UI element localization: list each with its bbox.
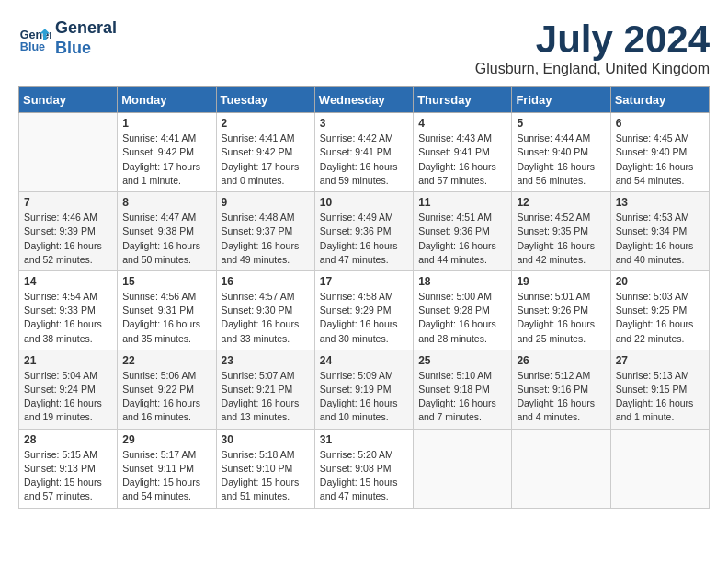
calendar-cell: 14Sunrise: 4:54 AMSunset: 9:33 PMDayligh… <box>19 270 118 350</box>
day-number: 4 <box>418 117 506 130</box>
logo-text-line2: Blue <box>55 39 117 59</box>
calendar-cell: 2Sunrise: 4:41 AMSunset: 9:42 PMDaylight… <box>216 113 314 192</box>
day-number: 31 <box>320 433 408 446</box>
day-number: 8 <box>122 196 210 209</box>
svg-text:Blue: Blue <box>20 40 45 52</box>
day-number: 19 <box>517 275 605 288</box>
header-saturday: Saturday <box>610 87 709 113</box>
calendar-cell <box>512 429 610 508</box>
month-title: July 2024 <box>475 18 710 61</box>
calendar-cell: 3Sunrise: 4:42 AMSunset: 9:41 PMDaylight… <box>314 113 413 192</box>
cell-content: Sunrise: 4:43 AMSunset: 9:41 PMDaylight:… <box>418 132 506 188</box>
cell-content: Sunrise: 5:04 AMSunset: 9:24 PMDaylight:… <box>24 369 112 425</box>
calendar-cell: 24Sunrise: 5:09 AMSunset: 9:19 PMDayligh… <box>314 350 413 429</box>
calendar-cell: 9Sunrise: 4:48 AMSunset: 9:37 PMDaylight… <box>216 192 314 271</box>
calendar-cell <box>414 429 512 508</box>
calendar-cell: 21Sunrise: 5:04 AMSunset: 9:24 PMDayligh… <box>19 350 118 429</box>
cell-content: Sunrise: 4:42 AMSunset: 9:41 PMDaylight:… <box>320 132 408 188</box>
cell-content: Sunrise: 4:44 AMSunset: 9:40 PMDaylight:… <box>517 132 605 188</box>
cell-content: Sunrise: 5:15 AMSunset: 9:13 PMDaylight:… <box>24 448 112 504</box>
day-number: 21 <box>24 354 112 367</box>
day-number: 25 <box>418 354 506 367</box>
calendar-cell: 23Sunrise: 5:07 AMSunset: 9:21 PMDayligh… <box>216 350 314 429</box>
calendar-cell: 19Sunrise: 5:01 AMSunset: 9:26 PMDayligh… <box>512 270 610 350</box>
cell-content: Sunrise: 5:12 AMSunset: 9:16 PMDaylight:… <box>517 369 605 425</box>
cell-content: Sunrise: 5:20 AMSunset: 9:08 PMDaylight:… <box>320 448 408 504</box>
day-number: 15 <box>122 275 210 288</box>
cell-content: Sunrise: 4:47 AMSunset: 9:38 PMDaylight:… <box>122 211 210 267</box>
location: Glusburn, England, United Kingdom <box>475 61 710 77</box>
cell-content: Sunrise: 5:09 AMSunset: 9:19 PMDaylight:… <box>320 369 408 425</box>
cell-content: Sunrise: 4:54 AMSunset: 9:33 PMDaylight:… <box>24 290 112 346</box>
cell-content: Sunrise: 4:49 AMSunset: 9:36 PMDaylight:… <box>320 211 408 267</box>
day-number: 17 <box>320 275 408 288</box>
day-number: 11 <box>418 196 506 209</box>
calendar-week-row: 28Sunrise: 5:15 AMSunset: 9:13 PMDayligh… <box>19 429 710 508</box>
day-number: 30 <box>222 433 310 446</box>
header-tuesday: Tuesday <box>216 87 314 113</box>
header-friday: Friday <box>512 87 610 113</box>
title-block: July 2024 Glusburn, England, United King… <box>475 18 710 77</box>
cell-content: Sunrise: 5:06 AMSunset: 9:22 PMDaylight:… <box>122 369 210 425</box>
cell-content: Sunrise: 4:57 AMSunset: 9:30 PMDaylight:… <box>222 290 310 346</box>
calendar-cell: 8Sunrise: 4:47 AMSunset: 9:38 PMDaylight… <box>118 192 216 271</box>
day-number: 6 <box>616 117 704 130</box>
calendar-week-row: 14Sunrise: 4:54 AMSunset: 9:33 PMDayligh… <box>19 270 710 350</box>
calendar-header-row: SundayMondayTuesdayWednesdayThursdayFrid… <box>19 87 710 113</box>
day-number: 5 <box>517 117 605 130</box>
header-monday: Monday <box>118 87 216 113</box>
cell-content: Sunrise: 4:45 AMSunset: 9:40 PMDaylight:… <box>616 132 704 188</box>
day-number: 22 <box>122 354 210 367</box>
day-number: 29 <box>122 433 210 446</box>
calendar-cell: 27Sunrise: 5:13 AMSunset: 9:15 PMDayligh… <box>610 350 709 429</box>
cell-content: Sunrise: 4:58 AMSunset: 9:29 PMDaylight:… <box>320 290 408 346</box>
page-header: General Blue General Blue July 2024 Glus… <box>18 18 710 77</box>
calendar-cell: 12Sunrise: 4:52 AMSunset: 9:35 PMDayligh… <box>512 192 610 271</box>
cell-content: Sunrise: 5:17 AMSunset: 9:11 PMDaylight:… <box>122 448 210 504</box>
day-number: 18 <box>418 275 506 288</box>
cell-content: Sunrise: 4:51 AMSunset: 9:36 PMDaylight:… <box>418 211 506 267</box>
calendar-cell: 17Sunrise: 4:58 AMSunset: 9:29 PMDayligh… <box>314 270 413 350</box>
header-sunday: Sunday <box>19 87 118 113</box>
calendar-cell: 29Sunrise: 5:17 AMSunset: 9:11 PMDayligh… <box>118 429 216 508</box>
cell-content: Sunrise: 4:52 AMSunset: 9:35 PMDaylight:… <box>517 211 605 267</box>
day-number: 10 <box>320 196 408 209</box>
cell-content: Sunrise: 4:41 AMSunset: 9:42 PMDaylight:… <box>122 132 210 188</box>
cell-content: Sunrise: 5:07 AMSunset: 9:21 PMDaylight:… <box>222 369 310 425</box>
day-number: 14 <box>24 275 112 288</box>
header-wednesday: Wednesday <box>314 87 413 113</box>
cell-content: Sunrise: 5:00 AMSunset: 9:28 PMDaylight:… <box>418 290 506 346</box>
calendar-cell: 22Sunrise: 5:06 AMSunset: 9:22 PMDayligh… <box>118 350 216 429</box>
logo-icon: General Blue <box>18 22 51 55</box>
calendar-cell: 25Sunrise: 5:10 AMSunset: 9:18 PMDayligh… <box>414 350 512 429</box>
calendar-week-row: 21Sunrise: 5:04 AMSunset: 9:24 PMDayligh… <box>19 350 710 429</box>
logo: General Blue General Blue <box>18 18 117 58</box>
cell-content: Sunrise: 4:56 AMSunset: 9:31 PMDaylight:… <box>122 290 210 346</box>
cell-content: Sunrise: 5:13 AMSunset: 9:15 PMDaylight:… <box>616 369 704 425</box>
day-number: 24 <box>320 354 408 367</box>
calendar-cell: 7Sunrise: 4:46 AMSunset: 9:39 PMDaylight… <box>19 192 118 271</box>
calendar-cell: 31Sunrise: 5:20 AMSunset: 9:08 PMDayligh… <box>314 429 413 508</box>
calendar-cell: 16Sunrise: 4:57 AMSunset: 9:30 PMDayligh… <box>216 270 314 350</box>
cell-content: Sunrise: 5:03 AMSunset: 9:25 PMDaylight:… <box>616 290 704 346</box>
cell-content: Sunrise: 5:01 AMSunset: 9:26 PMDaylight:… <box>517 290 605 346</box>
day-number: 3 <box>320 117 408 130</box>
day-number: 20 <box>616 275 704 288</box>
calendar-week-row: 7Sunrise: 4:46 AMSunset: 9:39 PMDaylight… <box>19 192 710 271</box>
header-thursday: Thursday <box>414 87 512 113</box>
day-number: 1 <box>122 117 210 130</box>
calendar-cell <box>610 429 709 508</box>
calendar-cell: 6Sunrise: 4:45 AMSunset: 9:40 PMDaylight… <box>610 113 709 192</box>
calendar-cell: 20Sunrise: 5:03 AMSunset: 9:25 PMDayligh… <box>610 270 709 350</box>
day-number: 28 <box>24 433 112 446</box>
day-number: 16 <box>222 275 310 288</box>
day-number: 26 <box>517 354 605 367</box>
calendar-cell: 11Sunrise: 4:51 AMSunset: 9:36 PMDayligh… <box>414 192 512 271</box>
day-number: 13 <box>616 196 704 209</box>
day-number: 2 <box>222 117 310 130</box>
day-number: 23 <box>222 354 310 367</box>
cell-content: Sunrise: 4:41 AMSunset: 9:42 PMDaylight:… <box>222 132 310 188</box>
day-number: 12 <box>517 196 605 209</box>
calendar-cell: 26Sunrise: 5:12 AMSunset: 9:16 PMDayligh… <box>512 350 610 429</box>
calendar-cell: 10Sunrise: 4:49 AMSunset: 9:36 PMDayligh… <box>314 192 413 271</box>
